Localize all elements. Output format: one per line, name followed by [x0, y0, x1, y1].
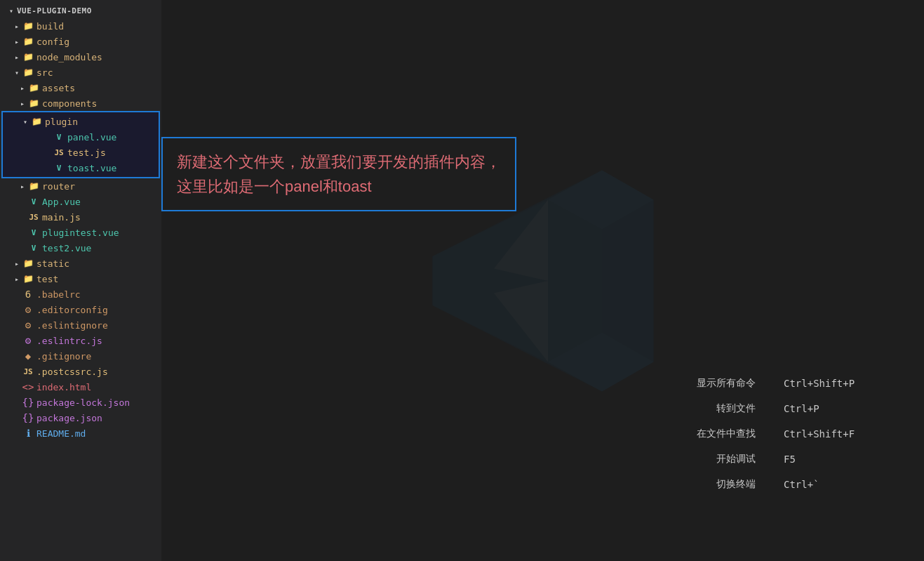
arrow-static	[11, 260, 22, 268]
arrow-components	[17, 100, 28, 107]
shortcut-label-2: 转到文件	[685, 402, 756, 415]
arrow-test-folder	[11, 275, 22, 283]
plugin-section: 📁 plugin V panel.vue JS test.js V toast.…	[1, 111, 160, 178]
folder-icon-test: 📁	[22, 274, 34, 284]
sidebar-item-postcssrc[interactable]: JS .postcssrc.js	[0, 364, 161, 379]
sidebar-item-test2-vue[interactable]: V test2.vue	[0, 240, 161, 256]
icon-editorconfig: ⚙	[22, 304, 34, 315]
icon-plugintest-vue: V	[28, 228, 39, 237]
folder-icon-router: 📁	[28, 181, 39, 191]
sidebar-item-gitignore[interactable]: ◆ .gitignore	[0, 348, 161, 364]
arrow-src	[11, 69, 22, 77]
label-plugintest-vue: plugintest.vue	[42, 227, 119, 238]
arrow-node-modules	[11, 53, 22, 61]
shortcut-label-1: 显示所有命令	[685, 377, 756, 390]
annotation-text: 新建这个文件夹，放置我们要开发的插件内容，这里比如是一个panel和toast	[177, 150, 501, 199]
shortcut-row-5: 切换终端 Ctrl+`	[685, 478, 868, 491]
sidebar-item-app-vue[interactable]: V App.vue	[0, 194, 161, 209]
sidebar-item-eslintrc[interactable]: ⚙ .eslintrc.js	[0, 333, 161, 348]
arrow-assets	[17, 84, 28, 92]
sidebar-item-static[interactable]: 📁 static	[0, 256, 161, 271]
sidebar-item-test-js[interactable]: JS test.js	[3, 145, 159, 160]
sidebar-item-readme-md[interactable]: ℹ README.md	[0, 425, 161, 441]
sidebar-item-package-lock-json[interactable]: {} package-lock.json	[0, 395, 161, 410]
folder-icon-static: 📁	[22, 258, 34, 268]
label-package-lock-json: package-lock.json	[36, 397, 130, 408]
icon-eslintrc: ⚙	[22, 335, 34, 346]
shortcut-label-3: 在文件中查找	[685, 428, 756, 440]
sidebar-item-test-folder[interactable]: 📁 test	[0, 271, 161, 286]
sidebar-item-index-html[interactable]: <> index.html	[0, 379, 161, 395]
root-folder[interactable]: VUE-PLUGIN-DEMO	[0, 3, 161, 18]
label-eslintignore: .eslintignore	[36, 320, 108, 331]
root-label: VUE-PLUGIN-DEMO	[17, 6, 92, 15]
icon-readme-md: ℹ	[22, 428, 34, 439]
folder-icon-build: 📁	[22, 21, 34, 31]
shortcut-key-1: Ctrl+Shift+P	[784, 378, 868, 389]
label-app-vue: App.vue	[42, 197, 81, 207]
sidebar-item-main-js[interactable]: JS main.js	[0, 209, 161, 225]
sidebar-item-eslintignore[interactable]: ⚙ .eslintignore	[0, 317, 161, 333]
label-assets: assets	[42, 83, 75, 93]
icon-babelrc: 6	[22, 289, 34, 300]
shortcut-label-4: 开始调试	[685, 453, 756, 466]
sidebar-item-router[interactable]: 📁 router	[0, 178, 161, 194]
annotation-box: 新建这个文件夹，放置我们要开发的插件内容，这里比如是一个panel和toast	[161, 137, 516, 211]
icon-eslintignore: ⚙	[22, 319, 34, 331]
label-static: static	[36, 258, 69, 269]
arrow-build	[11, 22, 22, 30]
sidebar-item-panel-vue[interactable]: V panel.vue	[3, 129, 159, 145]
sidebar-item-editorconfig[interactable]: ⚙ .editorconfig	[0, 302, 161, 317]
file-explorer[interactable]: VUE-PLUGIN-DEMO 📁 build 📁 config 📁 node_…	[0, 0, 161, 561]
shortcut-key-2: Ctrl+P	[784, 403, 868, 414]
label-editorconfig: .editorconfig	[36, 305, 108, 315]
label-postcssrc: .postcssrc.js	[36, 367, 108, 377]
sidebar-item-src[interactable]: 📁 src	[0, 65, 161, 80]
label-readme-md: README.md	[36, 428, 86, 439]
label-plugin: plugin	[45, 117, 78, 127]
main-content: 新建这个文件夹，放置我们要开发的插件内容，这里比如是一个panel和toast …	[161, 0, 924, 561]
icon-panel-vue: V	[53, 133, 65, 142]
label-components: components	[42, 98, 97, 109]
label-index-html: index.html	[36, 382, 91, 392]
sidebar-item-build[interactable]: 📁 build	[0, 18, 161, 34]
shortcut-key-4: F5	[784, 454, 868, 465]
label-config: config	[36, 37, 69, 47]
icon-package-lock-json: {}	[22, 397, 34, 408]
sidebar-item-components[interactable]: 📁 components	[0, 95, 161, 111]
icon-app-vue: V	[28, 197, 39, 206]
sidebar-item-config[interactable]: 📁 config	[0, 34, 161, 49]
label-gitignore: .gitignore	[36, 351, 91, 362]
sidebar-item-plugin[interactable]: 📁 plugin	[3, 114, 159, 129]
sidebar-item-babelrc[interactable]: 6 .babelrc	[0, 286, 161, 302]
label-package-json: package.json	[36, 413, 102, 423]
folder-icon-src: 📁	[22, 67, 34, 77]
sidebar-item-assets[interactable]: 📁 assets	[0, 80, 161, 95]
label-babelrc: .babelrc	[36, 289, 81, 300]
sidebar-item-package-json[interactable]: {} package.json	[0, 410, 161, 425]
shortcuts-panel: 显示所有命令 Ctrl+Shift+P 转到文件 Ctrl+P 在文件中查找 C…	[685, 377, 868, 491]
icon-test2-vue: V	[28, 244, 39, 253]
label-test-js: test.js	[67, 147, 106, 158]
label-node-modules: node_modules	[36, 52, 102, 62]
icon-main-js: JS	[28, 213, 39, 222]
label-test-folder: test	[36, 274, 58, 284]
shortcut-row-1: 显示所有命令 Ctrl+Shift+P	[685, 377, 868, 390]
shortcut-row-2: 转到文件 Ctrl+P	[685, 402, 868, 415]
label-router: router	[42, 181, 75, 192]
folder-icon-components: 📁	[28, 98, 39, 108]
arrow-plugin	[20, 118, 31, 126]
sidebar-item-node-modules[interactable]: 📁 node_modules	[0, 49, 161, 65]
sidebar-item-toast-vue[interactable]: V toast.vue	[3, 160, 159, 176]
label-eslintrc: .eslintrc.js	[36, 336, 102, 346]
icon-toast-vue: V	[53, 164, 65, 173]
root-arrow	[6, 7, 17, 15]
sidebar-item-plugintest-vue[interactable]: V plugintest.vue	[0, 225, 161, 240]
icon-package-json: {}	[22, 412, 34, 423]
arrow-router	[17, 183, 28, 190]
icon-test-js: JS	[53, 148, 65, 157]
icon-postcssrc: JS	[22, 367, 34, 376]
label-panel-vue: panel.vue	[67, 132, 116, 143]
shortcut-row-4: 开始调试 F5	[685, 453, 868, 466]
label-build: build	[36, 21, 64, 32]
